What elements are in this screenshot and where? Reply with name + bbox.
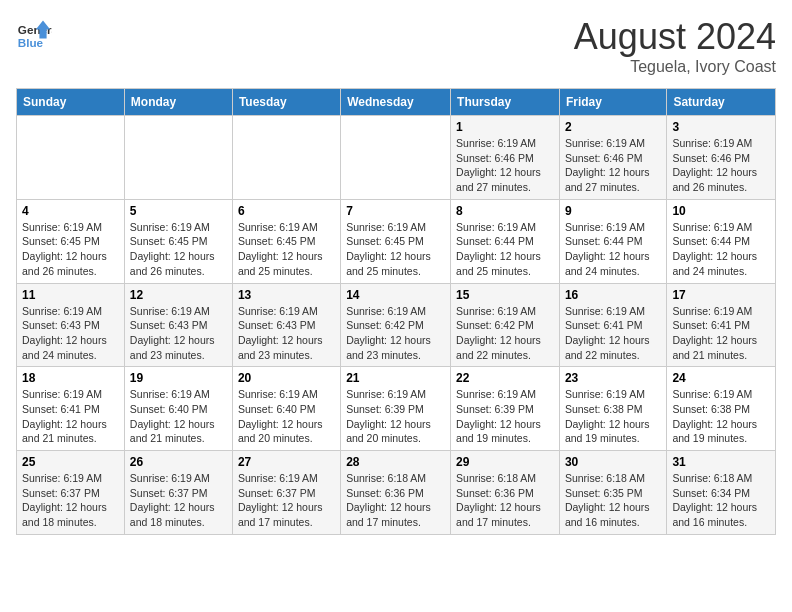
weekday-header: Tuesday <box>232 89 340 116</box>
weekday-header: Thursday <box>451 89 560 116</box>
day-number: 18 <box>22 371 119 385</box>
day-info: Sunrise: 6:19 AM Sunset: 6:37 PM Dayligh… <box>130 471 227 530</box>
day-info: Sunrise: 6:19 AM Sunset: 6:43 PM Dayligh… <box>130 304 227 363</box>
day-number: 3 <box>672 120 770 134</box>
day-info: Sunrise: 6:19 AM Sunset: 6:37 PM Dayligh… <box>238 471 335 530</box>
day-number: 13 <box>238 288 335 302</box>
calendar-table: SundayMondayTuesdayWednesdayThursdayFrid… <box>16 88 776 535</box>
day-info: Sunrise: 6:19 AM Sunset: 6:37 PM Dayligh… <box>22 471 119 530</box>
day-number: 17 <box>672 288 770 302</box>
calendar-cell: 6Sunrise: 6:19 AM Sunset: 6:45 PM Daylig… <box>232 199 340 283</box>
calendar-cell: 17Sunrise: 6:19 AM Sunset: 6:41 PM Dayli… <box>667 283 776 367</box>
title-area: August 2024 Teguela, Ivory Coast <box>574 16 776 76</box>
day-number: 25 <box>22 455 119 469</box>
day-number: 31 <box>672 455 770 469</box>
day-info: Sunrise: 6:19 AM Sunset: 6:45 PM Dayligh… <box>346 220 445 279</box>
calendar-cell: 2Sunrise: 6:19 AM Sunset: 6:46 PM Daylig… <box>559 116 666 200</box>
day-number: 24 <box>672 371 770 385</box>
calendar-cell: 14Sunrise: 6:19 AM Sunset: 6:42 PM Dayli… <box>341 283 451 367</box>
calendar-cell: 3Sunrise: 6:19 AM Sunset: 6:46 PM Daylig… <box>667 116 776 200</box>
day-number: 29 <box>456 455 554 469</box>
calendar-cell: 13Sunrise: 6:19 AM Sunset: 6:43 PM Dayli… <box>232 283 340 367</box>
weekday-header: Wednesday <box>341 89 451 116</box>
day-number: 4 <box>22 204 119 218</box>
day-number: 5 <box>130 204 227 218</box>
calendar-cell: 29Sunrise: 6:18 AM Sunset: 6:36 PM Dayli… <box>451 451 560 535</box>
weekday-header: Saturday <box>667 89 776 116</box>
day-info: Sunrise: 6:19 AM Sunset: 6:43 PM Dayligh… <box>22 304 119 363</box>
day-info: Sunrise: 6:19 AM Sunset: 6:44 PM Dayligh… <box>565 220 661 279</box>
calendar-cell <box>232 116 340 200</box>
calendar-cell: 27Sunrise: 6:19 AM Sunset: 6:37 PM Dayli… <box>232 451 340 535</box>
weekday-header: Sunday <box>17 89 125 116</box>
day-info: Sunrise: 6:19 AM Sunset: 6:40 PM Dayligh… <box>238 387 335 446</box>
weekday-header: Monday <box>124 89 232 116</box>
day-number: 9 <box>565 204 661 218</box>
day-number: 23 <box>565 371 661 385</box>
day-info: Sunrise: 6:19 AM Sunset: 6:45 PM Dayligh… <box>238 220 335 279</box>
calendar-cell: 18Sunrise: 6:19 AM Sunset: 6:41 PM Dayli… <box>17 367 125 451</box>
day-number: 2 <box>565 120 661 134</box>
day-info: Sunrise: 6:19 AM Sunset: 6:46 PM Dayligh… <box>672 136 770 195</box>
day-number: 30 <box>565 455 661 469</box>
calendar-cell <box>124 116 232 200</box>
day-info: Sunrise: 6:19 AM Sunset: 6:45 PM Dayligh… <box>22 220 119 279</box>
day-info: Sunrise: 6:19 AM Sunset: 6:41 PM Dayligh… <box>22 387 119 446</box>
day-info: Sunrise: 6:19 AM Sunset: 6:41 PM Dayligh… <box>565 304 661 363</box>
calendar-cell: 8Sunrise: 6:19 AM Sunset: 6:44 PM Daylig… <box>451 199 560 283</box>
day-number: 12 <box>130 288 227 302</box>
day-number: 11 <box>22 288 119 302</box>
day-number: 21 <box>346 371 445 385</box>
calendar-subtitle: Teguela, Ivory Coast <box>574 58 776 76</box>
day-number: 15 <box>456 288 554 302</box>
day-info: Sunrise: 6:19 AM Sunset: 6:38 PM Dayligh… <box>672 387 770 446</box>
calendar-cell: 23Sunrise: 6:19 AM Sunset: 6:38 PM Dayli… <box>559 367 666 451</box>
calendar-cell <box>341 116 451 200</box>
day-number: 20 <box>238 371 335 385</box>
day-info: Sunrise: 6:19 AM Sunset: 6:42 PM Dayligh… <box>456 304 554 363</box>
calendar-cell: 21Sunrise: 6:19 AM Sunset: 6:39 PM Dayli… <box>341 367 451 451</box>
day-number: 10 <box>672 204 770 218</box>
day-info: Sunrise: 6:18 AM Sunset: 6:36 PM Dayligh… <box>346 471 445 530</box>
calendar-cell: 12Sunrise: 6:19 AM Sunset: 6:43 PM Dayli… <box>124 283 232 367</box>
day-number: 6 <box>238 204 335 218</box>
day-number: 7 <box>346 204 445 218</box>
calendar-cell: 31Sunrise: 6:18 AM Sunset: 6:34 PM Dayli… <box>667 451 776 535</box>
day-info: Sunrise: 6:18 AM Sunset: 6:35 PM Dayligh… <box>565 471 661 530</box>
calendar-cell: 19Sunrise: 6:19 AM Sunset: 6:40 PM Dayli… <box>124 367 232 451</box>
day-info: Sunrise: 6:19 AM Sunset: 6:44 PM Dayligh… <box>456 220 554 279</box>
weekday-header: Friday <box>559 89 666 116</box>
day-number: 22 <box>456 371 554 385</box>
calendar-cell: 5Sunrise: 6:19 AM Sunset: 6:45 PM Daylig… <box>124 199 232 283</box>
day-number: 16 <box>565 288 661 302</box>
logo-icon: General Blue <box>16 16 52 52</box>
day-info: Sunrise: 6:19 AM Sunset: 6:39 PM Dayligh… <box>456 387 554 446</box>
day-number: 1 <box>456 120 554 134</box>
calendar-cell: 11Sunrise: 6:19 AM Sunset: 6:43 PM Dayli… <box>17 283 125 367</box>
header: General Blue August 2024 Teguela, Ivory … <box>16 16 776 76</box>
day-info: Sunrise: 6:18 AM Sunset: 6:34 PM Dayligh… <box>672 471 770 530</box>
day-info: Sunrise: 6:19 AM Sunset: 6:38 PM Dayligh… <box>565 387 661 446</box>
day-info: Sunrise: 6:19 AM Sunset: 6:43 PM Dayligh… <box>238 304 335 363</box>
calendar-title: August 2024 <box>574 16 776 58</box>
logo: General Blue <box>16 16 52 52</box>
day-info: Sunrise: 6:19 AM Sunset: 6:44 PM Dayligh… <box>672 220 770 279</box>
day-info: Sunrise: 6:19 AM Sunset: 6:46 PM Dayligh… <box>456 136 554 195</box>
day-info: Sunrise: 6:19 AM Sunset: 6:46 PM Dayligh… <box>565 136 661 195</box>
day-info: Sunrise: 6:19 AM Sunset: 6:39 PM Dayligh… <box>346 387 445 446</box>
calendar-cell: 7Sunrise: 6:19 AM Sunset: 6:45 PM Daylig… <box>341 199 451 283</box>
calendar-cell: 15Sunrise: 6:19 AM Sunset: 6:42 PM Dayli… <box>451 283 560 367</box>
day-info: Sunrise: 6:19 AM Sunset: 6:40 PM Dayligh… <box>130 387 227 446</box>
calendar-cell: 16Sunrise: 6:19 AM Sunset: 6:41 PM Dayli… <box>559 283 666 367</box>
day-info: Sunrise: 6:19 AM Sunset: 6:41 PM Dayligh… <box>672 304 770 363</box>
day-info: Sunrise: 6:19 AM Sunset: 6:42 PM Dayligh… <box>346 304 445 363</box>
day-info: Sunrise: 6:18 AM Sunset: 6:36 PM Dayligh… <box>456 471 554 530</box>
calendar-cell: 20Sunrise: 6:19 AM Sunset: 6:40 PM Dayli… <box>232 367 340 451</box>
day-number: 8 <box>456 204 554 218</box>
calendar-cell: 22Sunrise: 6:19 AM Sunset: 6:39 PM Dayli… <box>451 367 560 451</box>
calendar-cell: 9Sunrise: 6:19 AM Sunset: 6:44 PM Daylig… <box>559 199 666 283</box>
calendar-cell: 28Sunrise: 6:18 AM Sunset: 6:36 PM Dayli… <box>341 451 451 535</box>
calendar-cell <box>17 116 125 200</box>
day-number: 19 <box>130 371 227 385</box>
day-number: 27 <box>238 455 335 469</box>
